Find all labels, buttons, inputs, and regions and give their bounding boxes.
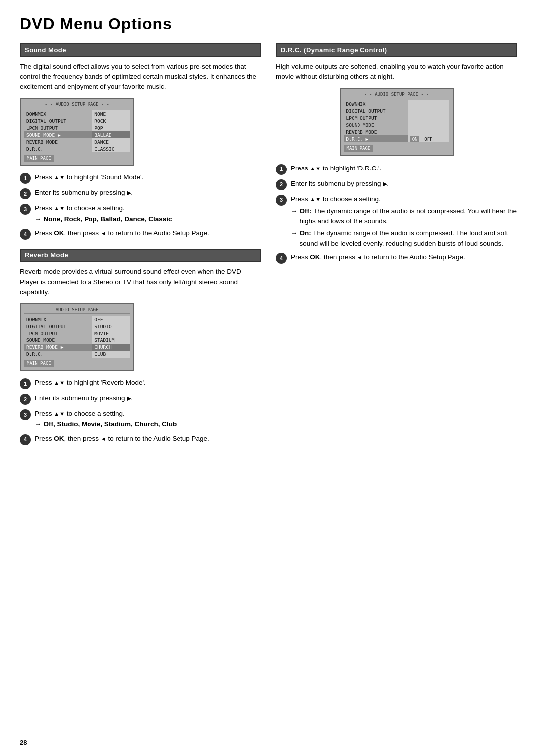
drc-step-1-content: Press ▲▼ to highlight 'D.R.C.'.: [291, 164, 517, 173]
osd-row-selected: REVERB MODECHURCH: [24, 344, 130, 351]
step-3-content: Press ▲▼ to choose a setting. → None, Ro…: [35, 203, 261, 225]
step-4-content: Press OK, then press ◄ to return to the …: [35, 434, 261, 444]
sound-mode-header: Sound Mode: [20, 43, 261, 57]
arrow-bullet: →: [35, 214, 42, 224]
step-2: 2 Enter its submenu by pressing ▶.: [20, 393, 261, 405]
drc-step-4-content: Press OK, then press ◄ to return to the …: [291, 252, 517, 262]
step-2: 2 Enter its submenu by pressing ▶.: [20, 188, 261, 199]
step-1: 1 Press ▲▼ to highlight 'Reverb Mode'.: [20, 378, 261, 389]
step-num-1: 1: [276, 164, 287, 175]
osd-row: LPCM OUTPUT: [344, 114, 449, 121]
drc-step-1: 1 Press ▲▼ to highlight 'D.R.C.'.: [276, 164, 517, 175]
step-2-content: Enter its submenu by pressing ▶.: [35, 188, 261, 198]
nav-arrow-updown: ▲▼: [310, 196, 321, 202]
nav-arrow-updown: ▲▼: [54, 411, 65, 417]
drc-osd-table: DOWNMIX DIGITAL OUTPUT LPCM OUTPUT SOUND…: [344, 100, 450, 143]
drc-steps: 1 Press ▲▼ to highlight 'D.R.C.'. 2 Ente…: [276, 164, 517, 264]
step-1-content: Press ▲▼ to highlight 'Reverb Mode'.: [35, 378, 261, 388]
step-3-options: None, Rock, Pop, Ballad, Dance, Classic: [44, 214, 172, 224]
drc-on: ON: [410, 136, 420, 142]
sound-mode-osd-title: - - AUDIO SETUP PAGE - -: [24, 102, 130, 108]
drc-step-4: 4 Press OK, then press ◄ to return to th…: [276, 252, 517, 264]
osd-row: SOUND MODE: [344, 121, 449, 128]
nav-arrow-left: ◄: [101, 230, 106, 236]
osd-row: LPCM OUTPUTPOP: [24, 124, 130, 131]
reverb-mode-osd-table: DOWNMIXOFF DIGITAL OUTPUTSTUDIO LPCM OUT…: [24, 316, 130, 358]
arrow-bullet: →: [291, 228, 298, 238]
osd-row: REVERB MODEDANCE: [24, 138, 130, 145]
nav-arrow: ▲▼: [310, 166, 321, 171]
step-2-content: Enter its submenu by pressing ▶.: [35, 393, 261, 403]
reverb-mode-header: Reverb Mode: [20, 249, 261, 262]
osd-main-page-label: MAIN PAGE: [24, 155, 54, 162]
sound-mode-osd-table: DOWNMIXNONE DIGITAL OUTPUTROCK LPCM OUTP…: [24, 110, 130, 153]
osd-row-drc: D.R.C. ON OFF: [344, 135, 449, 142]
step-3-options: Off, Studio, Movie, Stadium, Church, Clu…: [44, 420, 177, 429]
ok-label: OK: [54, 435, 64, 442]
page-title: DVD Menu Options: [20, 15, 517, 33]
step-num-2: 2: [20, 394, 31, 405]
step-4: 4 Press OK, then press ◄ to return to th…: [20, 228, 261, 240]
step-num-2: 2: [276, 179, 287, 190]
nav-arrow: ▲▼: [54, 174, 65, 180]
drc-description: High volume outputs are softened, enabli…: [276, 62, 517, 82]
nav-arrow-left: ◄: [101, 436, 106, 442]
reverb-mode-section: Reverb Mode Reverb mode provides a virtu…: [20, 249, 261, 445]
drc-off: OFF: [422, 136, 434, 142]
drc-on-text: On: The dynamic range of the audio is co…: [300, 228, 518, 249]
nav-arrow: ▲▼: [54, 380, 65, 386]
osd-main-page-label: MAIN PAGE: [344, 145, 374, 152]
nav-arrow-left: ◄: [357, 254, 362, 260]
sound-mode-section: Sound Mode The digital sound effect allo…: [20, 43, 261, 240]
osd-row: SOUND MODESTADIUM: [24, 337, 130, 344]
left-column: Sound Mode The digital sound effect allo…: [20, 43, 261, 454]
arrow-bullet: →: [35, 420, 42, 429]
osd-main-page-label: MAIN PAGE: [24, 360, 54, 367]
right-column: D.R.C. (Dynamic Range Control) High volu…: [276, 43, 517, 454]
drc-on-sub: → On: The dynamic range of the audio is …: [291, 228, 517, 249]
sound-mode-steps: 1 Press ▲▼ to highlight 'Sound Mode'. 2 …: [20, 172, 261, 240]
osd-row: DOWNMIXNONE: [24, 110, 130, 117]
step-4: 4 Press OK, then press ◄ to return to th…: [20, 434, 261, 445]
reverb-mode-osd: - - AUDIO SETUP PAGE - - DOWNMIXOFF DIGI…: [20, 303, 134, 371]
osd-row: DOWNMIX: [344, 100, 449, 107]
nav-arrow-right: ▶: [127, 395, 131, 401]
step-num-1: 1: [20, 173, 31, 184]
step-num-3: 3: [20, 204, 31, 215]
drc-off-sub: → Off: The dynamic range of the audio is…: [291, 206, 517, 227]
step-4-content: Press OK, then press ◄ to return to the …: [35, 228, 261, 238]
sound-mode-osd: - - AUDIO SETUP PAGE - - DOWNMIXNONE DIG…: [20, 98, 134, 166]
arrow-bullet: →: [291, 206, 298, 216]
page-number: 28: [20, 739, 27, 746]
step-num-3: 3: [20, 409, 31, 420]
step-num-3: 3: [276, 195, 287, 206]
reverb-mode-description: Reverb mode provides a virtual surround …: [20, 267, 261, 297]
drc-step-3: 3 Press ▲▼ to choose a setting. → Off: T…: [276, 194, 517, 249]
step-3-content: Press ▲▼ to choose a setting. → Off, Stu…: [35, 409, 261, 430]
step-num-1: 1: [20, 378, 31, 389]
main-content: Sound Mode The digital sound effect allo…: [20, 43, 517, 454]
reverb-mode-steps: 1 Press ▲▼ to highlight 'Reverb Mode'. 2…: [20, 378, 261, 445]
ok-label: OK: [54, 229, 64, 237]
step-num-2: 2: [20, 188, 31, 199]
drc-section: D.R.C. (Dynamic Range Control) High volu…: [276, 43, 517, 264]
step-3: 3 Press ▲▼ to choose a setting. → None, …: [20, 203, 261, 225]
drc-step-3-content: Press ▲▼ to choose a setting. → Off: The…: [291, 194, 517, 249]
sound-mode-description: The digital sound effect allows you to s…: [20, 62, 261, 92]
drc-step-2-content: Enter its submenu by pressing ▶.: [291, 179, 517, 189]
nav-arrow-updown: ▲▼: [54, 205, 65, 211]
step-3-sub: → None, Rock, Pop, Ballad, Dance, Classi…: [35, 214, 261, 224]
ok-label: OK: [310, 253, 320, 261]
step-1-content: Press ▲▼ to highlight 'Sound Mode'.: [35, 172, 261, 182]
drc-step-2: 2 Enter its submenu by pressing ▶.: [276, 179, 517, 190]
osd-row: DIGITAL OUTPUTSTUDIO: [24, 323, 130, 330]
nav-arrow-right: ▶: [383, 181, 387, 187]
drc-osd: - - AUDIO SETUP PAGE - - DOWNMIX DIGITAL…: [340, 88, 454, 156]
drc-osd-title: - - AUDIO SETUP PAGE - -: [344, 92, 450, 98]
osd-row: DIGITAL OUTPUTROCK: [24, 117, 130, 124]
osd-row: DIGITAL OUTPUT: [344, 107, 449, 114]
step-num-4: 4: [276, 253, 287, 264]
reverb-mode-osd-title: - - AUDIO SETUP PAGE - -: [24, 307, 130, 314]
osd-row: REVERB MODE: [344, 128, 449, 135]
step-3: 3 Press ▲▼ to choose a setting. → Off, S…: [20, 409, 261, 430]
